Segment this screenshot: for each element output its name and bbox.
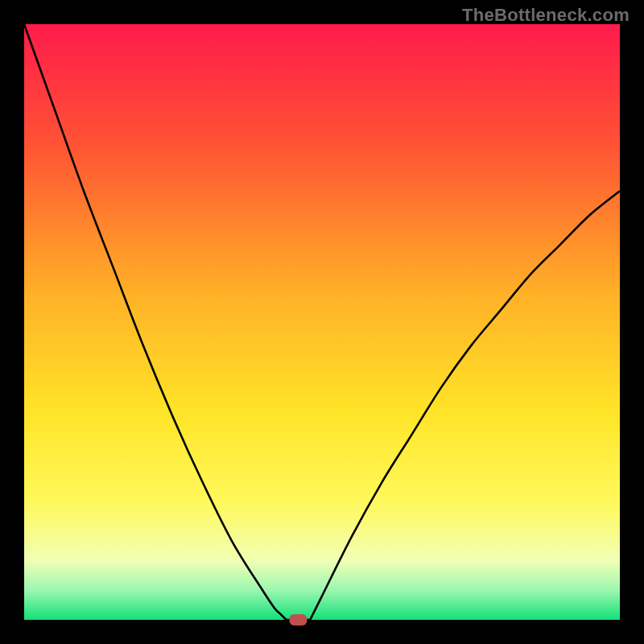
chart-frame: TheBottleneck.com	[0, 0, 644, 644]
watermark-label: TheBottleneck.com	[462, 5, 630, 26]
optimal-marker	[289, 614, 307, 625]
plot-background	[24, 24, 620, 620]
bottleneck-chart	[0, 0, 644, 644]
